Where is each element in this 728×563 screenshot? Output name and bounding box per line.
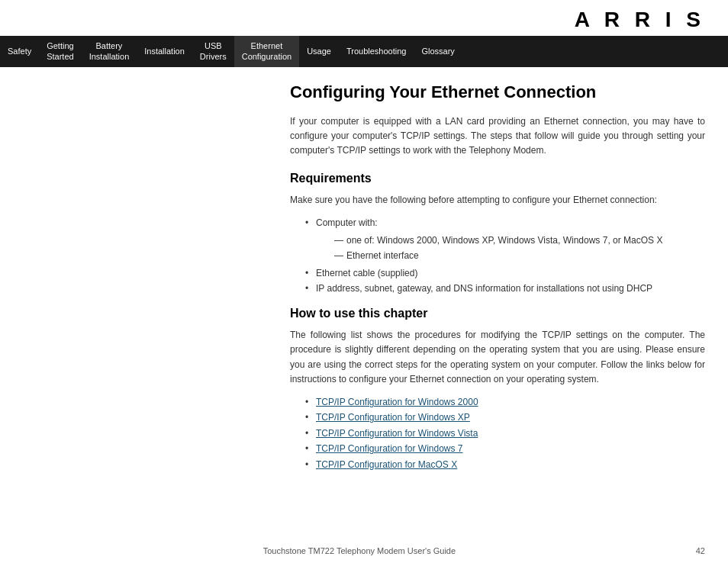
- nav-item-installation[interactable]: Installation: [137, 36, 192, 67]
- link-winvista[interactable]: TCP/IP Configuration for Windows Vista: [316, 428, 478, 439]
- list-item-link-winxp: TCP/IP Configuration for Windows XP: [305, 410, 705, 425]
- logo-text: A R R I S: [575, 8, 705, 31]
- link-win2000[interactable]: TCP/IP Configuration for Windows 2000: [316, 397, 478, 407]
- main-content: Configuring Your Ethernet Connection If …: [290, 67, 728, 498]
- nav-item-battery-installation[interactable]: BatteryInstallation: [82, 36, 137, 67]
- nav-label-ethernet-configuration: EthernetConfiguration: [242, 40, 292, 63]
- how-to-use-heading: How to use this chapter: [290, 307, 705, 320]
- list-item-link-winvista: TCP/IP Configuration for Windows Vista: [305, 426, 705, 441]
- requirements-heading: Requirements: [290, 172, 705, 185]
- footer-text: Touchstone TM722 Telephony Modem User's …: [23, 546, 696, 555]
- nav-item-ethernet-configuration[interactable]: EthernetConfiguration: [234, 36, 299, 67]
- list-item-ip-info: IP address, subnet, gateway, and DNS inf…: [305, 281, 705, 296]
- nav-label-safety: Safety: [8, 46, 31, 56]
- link-macosx[interactable]: TCP/IP Configuration for MacOS X: [316, 459, 457, 470]
- page-number: 42: [696, 546, 705, 555]
- list-item-computer: Computer with: one of: Windows 2000, Win…: [305, 215, 705, 263]
- footer: Touchstone TM722 Telephony Modem User's …: [0, 546, 728, 555]
- nav-label-troubleshooting: Troubleshooting: [346, 46, 406, 56]
- sub-item-ethernet-interface: Ethernet interface: [334, 248, 705, 263]
- list-item-computer-text: Computer with:: [316, 217, 378, 228]
- navigation-bar: Safety GettingStarted BatteryInstallatio…: [0, 36, 728, 67]
- intro-paragraph: If your computer is equipped with a LAN …: [290, 114, 705, 159]
- links-list: TCP/IP Configuration for Windows 2000 TC…: [290, 394, 705, 472]
- nav-item-usb-drivers[interactable]: USBDrivers: [192, 36, 234, 67]
- nav-label-battery-installation: BatteryInstallation: [89, 40, 130, 63]
- requirements-list: Computer with: one of: Windows 2000, Win…: [290, 215, 705, 296]
- left-spacer: [0, 67, 290, 498]
- nav-item-safety[interactable]: Safety: [0, 36, 39, 67]
- nav-item-glossary[interactable]: Glossary: [414, 36, 462, 67]
- arris-logo: A R R I S: [0, 0, 728, 36]
- list-item-link-win2000: TCP/IP Configuration for Windows 2000: [305, 394, 705, 410]
- sub-item-os: one of: Windows 2000, Windows XP, Window…: [334, 233, 705, 248]
- nav-item-getting-started[interactable]: GettingStarted: [39, 36, 81, 67]
- computer-sub-list: one of: Windows 2000, Windows XP, Window…: [316, 233, 705, 264]
- nav-item-troubleshooting[interactable]: Troubleshooting: [339, 36, 414, 67]
- how-to-use-body: The following list shows the procedures …: [290, 328, 705, 387]
- nav-label-glossary: Glossary: [421, 46, 454, 56]
- list-item-ip-info-text: IP address, subnet, gateway, and DNS inf…: [316, 283, 652, 294]
- requirements-intro: Make sure you have the following before …: [290, 193, 705, 208]
- nav-label-getting-started: GettingStarted: [47, 40, 73, 63]
- list-item-cable-text: Ethernet cable (supplied): [316, 268, 417, 278]
- content-area: Configuring Your Ethernet Connection If …: [0, 67, 728, 498]
- nav-label-usb-drivers: USBDrivers: [200, 40, 227, 63]
- nav-label-usage: Usage: [307, 46, 331, 56]
- nav-label-installation: Installation: [144, 46, 185, 56]
- link-winxp[interactable]: TCP/IP Configuration for Windows XP: [316, 412, 470, 423]
- list-item-link-macosx: TCP/IP Configuration for MacOS X: [305, 457, 705, 472]
- page-title: Configuring Your Ethernet Connection: [290, 82, 705, 102]
- sub-item-ethernet-interface-text: Ethernet interface: [346, 250, 419, 261]
- sub-item-os-text: one of: Windows 2000, Windows XP, Window…: [346, 235, 662, 246]
- list-item-cable: Ethernet cable (supplied): [305, 265, 705, 281]
- link-win7[interactable]: TCP/IP Configuration for Windows 7: [316, 443, 463, 454]
- list-item-link-win7: TCP/IP Configuration for Windows 7: [305, 441, 705, 456]
- nav-item-usage[interactable]: Usage: [299, 36, 339, 67]
